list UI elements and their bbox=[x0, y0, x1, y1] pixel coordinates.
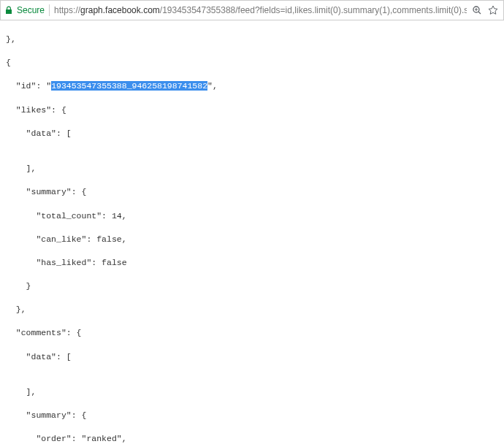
json-text: "id": " bbox=[6, 81, 51, 91]
url-host: graph.facebook.com bbox=[80, 5, 160, 15]
lock-icon bbox=[5, 6, 12, 15]
json-response-body[interactable]: }, { "id": "193453547355388_946258198741… bbox=[0, 20, 504, 444]
json-line: "summary": { bbox=[6, 410, 498, 421]
json-line: "can_like": false, bbox=[6, 234, 498, 245]
selected-id: 193453547355388_946258198741582 bbox=[51, 81, 207, 91]
json-line: "summary": { bbox=[6, 186, 498, 198]
json-line: ], bbox=[6, 386, 498, 398]
bookmark-star-icon[interactable] bbox=[487, 4, 499, 16]
json-line: }, bbox=[6, 304, 498, 315]
json-line: }, bbox=[6, 34, 498, 45]
json-line: } bbox=[6, 280, 498, 292]
url-path: /193453547355388/feed?fields=id,likes.li… bbox=[160, 5, 467, 15]
svg-line-1 bbox=[478, 12, 481, 14]
json-line: { bbox=[6, 57, 498, 69]
json-line: "order": "ranked", bbox=[6, 433, 498, 444]
divider bbox=[49, 4, 50, 16]
zoom-icon[interactable] bbox=[471, 4, 483, 16]
json-line: "data": [ bbox=[6, 351, 498, 363]
json-line: "data": [ bbox=[6, 128, 498, 139]
json-line: "id": "193453547355388_946258198741582", bbox=[6, 80, 498, 92]
url-input[interactable]: https://graph.facebook.com/1934535473553… bbox=[54, 5, 467, 15]
address-bar[interactable]: Secure https://graph.facebook.com/193453… bbox=[0, 0, 504, 20]
url-scheme: https:// bbox=[54, 5, 80, 15]
json-line: "likes": { bbox=[6, 104, 498, 116]
json-line: "total_count": 14, bbox=[6, 210, 498, 222]
json-text: ", bbox=[207, 81, 218, 91]
secure-label: Secure bbox=[17, 5, 45, 15]
json-line: "comments": { bbox=[6, 327, 498, 339]
json-line: ], bbox=[6, 163, 498, 175]
json-line: "has_liked": false bbox=[6, 257, 498, 269]
